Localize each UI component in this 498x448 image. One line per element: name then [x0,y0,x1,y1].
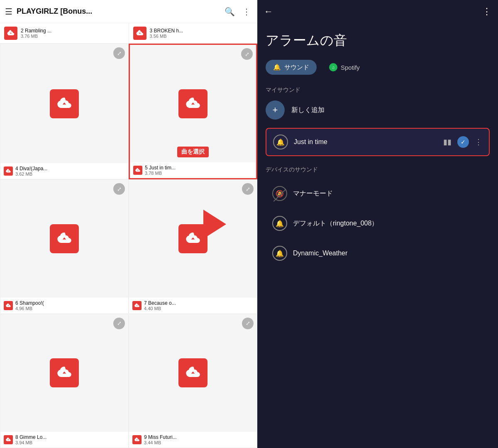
alarm-title: アラームの音 [266,32,490,50]
tile-track-name: 7 Because o... [144,300,176,306]
sound-row-manner-mode[interactable]: 🔕 マナーモード [266,180,490,207]
track-meta: 3.76 MB [21,34,51,39]
tile-artwork [0,180,128,297]
music-icon [50,224,79,253]
expand-icon[interactable]: ⤢ [241,48,253,60]
music-icon [50,358,79,387]
tile-track-name: 4 Diva!(Japa... [15,166,47,171]
item-more-icon[interactable]: ⋮ [475,137,482,147]
tile-info: 6 Shampoo!( 4.96 MB [0,298,128,313]
expand-icon[interactable]: ⤢ [242,318,254,329]
tile-track-details: 8 Gimme Lo... 3.94 MB [15,434,46,445]
tile-track-meta: 3.94 MB [15,440,46,445]
tab-sound-label: サウンド [284,64,309,71]
music-icon [50,89,79,118]
add-sound-row[interactable]: + 新しく追加 [266,100,490,120]
tile-track-name: 9 Miss Futuri... [144,434,177,440]
track-small-icon [4,301,13,310]
tile-artwork [0,314,128,432]
tile-info: 7 Because o... 4.40 MB [129,298,257,313]
track-small-icon [4,435,13,444]
tile-info: 9 Miss Futuri... 3.44 MB [129,432,257,448]
track-small-icon [4,166,13,176]
tile-track-meta: 4.96 MB [15,306,44,311]
spotify-icon: ♫ [329,63,337,71]
hamburger-icon[interactable]: ☰ [5,7,12,17]
tile-track-meta: 3.62 MB [15,171,47,176]
bell-icon: 🔔 [272,216,287,231]
tracks-grid: ⤢ 4 Diva!(Japa... 3.62 MB [0,44,257,448]
sound-item-name: マナーモード [293,189,483,198]
tile-track-meta: 3.78 MB [145,171,176,176]
back-icon[interactable]: ← [264,6,273,17]
tile-track-details: 9 Miss Futuri... 3.44 MB [144,434,177,445]
just-in-time-row[interactable]: 🔔 Just in time ▮▮ ✓ ⋮ [266,128,490,156]
track-tile-5[interactable]: ⤢ 曲を選択 5 Just in tim... 3.78 MB [129,44,257,179]
track-tile-7[interactable]: ⤢ 7 Because o... 4.40 MB [129,179,257,313]
tile-track-name: 5 Just in tim... [145,165,176,171]
sound-item-name: Dynamic_Weather [293,250,483,257]
bell-icon: 🔔 [272,246,287,261]
tile-track-details: 6 Shampoo!( 4.96 MB [15,300,44,311]
tile-track-details: 4 Diva!(Japa... 3.62 MB [15,166,47,176]
track-small-icon [133,166,142,175]
track-tile-4[interactable]: ⤢ 4 Diva!(Japa... 3.62 MB [0,44,129,179]
music-icon [178,89,208,118]
tile-artwork [129,180,257,297]
track-tile-6[interactable]: ⤢ 6 Shampoo!( 4.96 MB [0,179,129,313]
track-icon [4,27,17,40]
more-options-icon[interactable]: ⋮ [241,5,252,18]
track-tile-9[interactable]: ⤢ 9 Miss Futuri... 3.44 MB [129,314,257,448]
search-icon[interactable]: 🔍 [223,5,237,18]
check-icon[interactable]: ✓ [457,136,469,148]
tile-artwork [0,44,128,163]
track-icon [133,27,146,40]
tile-track-meta: 4.40 MB [144,306,176,311]
sound-row-default[interactable]: 🔔 デフォルト（ringtone_008） [266,210,490,237]
track-info: 3 BROKEN h... 3.56 MB [150,28,183,39]
annotation-label: 曲を選択 [177,147,209,157]
sound-row-dynamic-weather[interactable]: 🔔 Dynamic_Weather [266,240,490,267]
tile-track-name: 6 Shampoo!( [15,300,44,306]
right-more-icon[interactable]: ⋮ [482,6,491,17]
tile-track-details: 7 Because o... 4.40 MB [144,300,176,311]
expand-icon[interactable]: ⤢ [113,318,125,329]
track-item-2[interactable]: 2 Rambling ... 3.76 MB [0,23,129,43]
track-name: 2 Rambling ... [21,28,51,34]
top-tracks-row: 2 Rambling ... 3.76 MB 3 BROKEN h... 3.5… [0,23,257,44]
tile-track-name: 8 Gimme Lo... [15,434,46,440]
track-meta: 3.56 MB [150,34,183,39]
tile-artwork [129,314,257,432]
track-item-3[interactable]: 3 BROKEN h... 3.56 MB [129,23,258,43]
arrow-right-icon [203,210,226,239]
expand-icon[interactable]: ⤢ [113,47,125,59]
track-small-icon [132,435,142,444]
right-content: アラームの音 🔔 サウンド ♫ Spotify マイサウンド + 新しく追加 🔔… [257,23,498,448]
add-sound-button[interactable]: + [266,100,285,120]
muted-bell-icon: 🔕 [272,186,287,201]
right-header: ← ⋮ [257,0,498,23]
music-icon [178,358,208,387]
right-panel: ← ⋮ アラームの音 🔔 サウンド ♫ Spotify マイサウンド + 新しく… [257,0,498,448]
track-small-icon [132,301,142,310]
tab-sound[interactable]: 🔔 サウンド [266,60,317,75]
tab-spotify[interactable]: ♫ Spotify [322,60,367,75]
tab-spotify-label: Spotify [341,64,360,71]
tile-info: 8 Gimme Lo... 3.94 MB [0,432,128,448]
waveform-icon[interactable]: ▮▮ [443,137,452,147]
bell-tab-icon: 🔔 [273,64,281,71]
app-title: PLAYGIRLZ [Bonus... [17,7,219,16]
tile-artwork [130,45,256,162]
sound-bell-icon: 🔔 [273,135,288,149]
tile-info: 4 Diva!(Japa... 3.62 MB [0,163,128,179]
track-tile-8[interactable]: ⤢ 8 Gimme Lo... 3.94 MB [0,314,129,448]
tile-info: 5 Just in tim... 3.78 MB [130,162,256,178]
left-header: ☰ PLAYGIRLZ [Bonus... 🔍 ⋮ [0,0,257,23]
track-info: 2 Rambling ... 3.76 MB [21,28,51,39]
tabs-row: 🔔 サウンド ♫ Spotify [266,60,490,75]
track-name: 3 BROKEN h... [150,28,183,34]
my-sounds-label: マイサウンド [266,86,490,94]
tile-track-meta: 3.44 MB [144,440,177,445]
sound-item-name: デフォルト（ringtone_008） [293,219,483,228]
add-sound-label-text: 新しく追加 [291,106,325,115]
